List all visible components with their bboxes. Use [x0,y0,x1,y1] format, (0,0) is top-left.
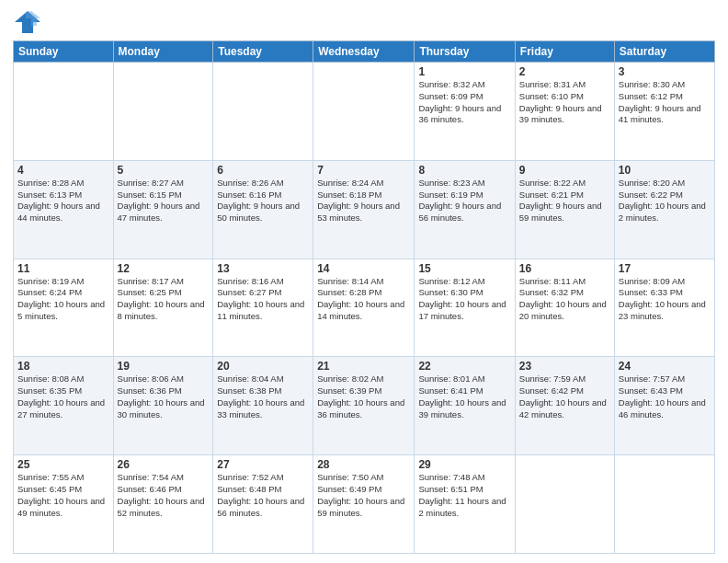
day-number: 29 [418,458,510,471]
day-info: Sunrise: 7:52 AM Sunset: 6:48 PM Dayligh… [217,472,309,519]
day-info: Sunrise: 8:11 AM Sunset: 6:32 PM Dayligh… [519,276,610,323]
day-number: 20 [217,360,309,373]
day-info: Sunrise: 7:48 AM Sunset: 6:51 PM Dayligh… [418,472,510,519]
day-number: 24 [619,360,711,373]
day-number: 25 [17,458,109,471]
day-header-saturday: Saturday [614,41,714,63]
week-row-1: 1Sunrise: 8:32 AM Sunset: 6:09 PM Daylig… [14,63,715,161]
day-number: 2 [519,65,610,78]
day-info: Sunrise: 7:54 AM Sunset: 6:46 PM Dayligh… [118,472,210,519]
day-number: 15 [418,262,510,275]
week-row-3: 11Sunrise: 8:19 AM Sunset: 6:24 PM Dayli… [14,259,715,357]
calendar-cell [313,63,415,161]
calendar-cell: 6Sunrise: 8:26 AM Sunset: 6:16 PM Daylig… [213,160,313,259]
calendar-cell: 29Sunrise: 7:48 AM Sunset: 6:51 PM Dayli… [415,455,515,554]
day-number: 18 [17,360,109,373]
calendar-cell: 17Sunrise: 8:09 AM Sunset: 6:33 PM Dayli… [614,259,714,357]
day-number: 22 [418,360,510,373]
calendar-cell: 15Sunrise: 8:12 AM Sunset: 6:30 PM Dayli… [415,259,515,357]
day-header-wednesday: Wednesday [313,41,415,63]
day-info: Sunrise: 8:28 AM Sunset: 6:13 PM Dayligh… [17,178,109,224]
calendar-cell: 1Sunrise: 8:32 AM Sunset: 6:09 PM Daylig… [415,63,515,161]
day-number: 16 [519,262,610,275]
calendar-cell: 26Sunrise: 7:54 AM Sunset: 6:46 PM Dayli… [113,455,213,554]
day-number: 14 [317,262,410,275]
day-info: Sunrise: 8:19 AM Sunset: 6:24 PM Dayligh… [17,276,109,323]
day-number: 27 [217,458,309,471]
day-header-monday: Monday [113,41,213,63]
calendar-cell: 25Sunrise: 7:55 AM Sunset: 6:45 PM Dayli… [14,455,114,554]
calendar-cell: 2Sunrise: 8:31 AM Sunset: 6:10 PM Daylig… [515,63,614,161]
day-number: 21 [317,360,410,373]
day-number: 9 [519,164,610,177]
calendar-cell: 22Sunrise: 8:01 AM Sunset: 6:41 PM Dayli… [415,357,515,455]
day-number: 4 [17,164,109,177]
day-info: Sunrise: 8:27 AM Sunset: 6:15 PM Dayligh… [118,178,210,224]
header-row: SundayMondayTuesdayWednesdayThursdayFrid… [14,41,715,63]
calendar-cell: 19Sunrise: 8:06 AM Sunset: 6:36 PM Dayli… [113,357,213,455]
day-number: 19 [118,360,210,373]
day-number: 7 [317,164,410,177]
calendar-cell: 3Sunrise: 8:30 AM Sunset: 6:12 PM Daylig… [614,63,714,161]
day-info: Sunrise: 8:06 AM Sunset: 6:36 PM Dayligh… [118,373,210,420]
calendar-cell [14,63,114,161]
day-info: Sunrise: 8:31 AM Sunset: 6:10 PM Dayligh… [519,79,610,126]
day-info: Sunrise: 8:17 AM Sunset: 6:25 PM Dayligh… [118,276,210,323]
calendar-cell [113,63,213,161]
day-info: Sunrise: 8:24 AM Sunset: 6:18 PM Dayligh… [317,178,410,224]
calendar-cell: 4Sunrise: 8:28 AM Sunset: 6:13 PM Daylig… [14,160,114,259]
calendar-cell: 5Sunrise: 8:27 AM Sunset: 6:15 PM Daylig… [113,160,213,259]
logo [13,9,46,35]
day-info: Sunrise: 8:01 AM Sunset: 6:41 PM Dayligh… [418,373,510,420]
day-number: 10 [619,164,711,177]
calendar-cell: 21Sunrise: 8:02 AM Sunset: 6:39 PM Dayli… [313,357,415,455]
day-info: Sunrise: 8:30 AM Sunset: 6:12 PM Dayligh… [619,79,711,126]
day-number: 6 [217,164,309,177]
calendar-cell: 11Sunrise: 8:19 AM Sunset: 6:24 PM Dayli… [14,259,114,357]
day-info: Sunrise: 8:22 AM Sunset: 6:21 PM Dayligh… [519,178,610,224]
day-info: Sunrise: 8:04 AM Sunset: 6:38 PM Dayligh… [217,373,309,420]
header [13,9,715,35]
day-info: Sunrise: 8:16 AM Sunset: 6:27 PM Dayligh… [217,276,309,323]
calendar-cell: 16Sunrise: 8:11 AM Sunset: 6:32 PM Dayli… [515,259,614,357]
calendar: SundayMondayTuesdayWednesdayThursdayFrid… [13,40,715,554]
day-header-tuesday: Tuesday [213,41,313,63]
week-row-2: 4Sunrise: 8:28 AM Sunset: 6:13 PM Daylig… [14,160,715,259]
day-number: 8 [418,164,510,177]
day-number: 11 [17,262,109,275]
calendar-cell: 18Sunrise: 8:08 AM Sunset: 6:35 PM Dayli… [14,357,114,455]
day-info: Sunrise: 8:09 AM Sunset: 6:33 PM Dayligh… [619,276,711,323]
day-info: Sunrise: 7:57 AM Sunset: 6:43 PM Dayligh… [619,373,711,420]
calendar-cell: 23Sunrise: 7:59 AM Sunset: 6:42 PM Dayli… [515,357,614,455]
day-header-sunday: Sunday [14,41,114,63]
calendar-cell: 10Sunrise: 8:20 AM Sunset: 6:22 PM Dayli… [614,160,714,259]
day-number: 28 [317,458,410,471]
logo-icon [13,9,42,35]
calendar-cell: 9Sunrise: 8:22 AM Sunset: 6:21 PM Daylig… [515,160,614,259]
calendar-cell: 14Sunrise: 8:14 AM Sunset: 6:28 PM Dayli… [313,259,415,357]
day-info: Sunrise: 7:50 AM Sunset: 6:49 PM Dayligh… [317,472,410,519]
day-info: Sunrise: 8:23 AM Sunset: 6:19 PM Dayligh… [418,178,510,224]
day-info: Sunrise: 8:08 AM Sunset: 6:35 PM Dayligh… [17,373,109,420]
week-row-4: 18Sunrise: 8:08 AM Sunset: 6:35 PM Dayli… [14,357,715,455]
day-info: Sunrise: 8:26 AM Sunset: 6:16 PM Dayligh… [217,178,309,224]
day-number: 23 [519,360,610,373]
calendar-cell: 7Sunrise: 8:24 AM Sunset: 6:18 PM Daylig… [313,160,415,259]
day-info: Sunrise: 8:14 AM Sunset: 6:28 PM Dayligh… [317,276,410,323]
day-info: Sunrise: 8:02 AM Sunset: 6:39 PM Dayligh… [317,373,410,420]
calendar-cell: 12Sunrise: 8:17 AM Sunset: 6:25 PM Dayli… [113,259,213,357]
day-info: Sunrise: 7:59 AM Sunset: 6:42 PM Dayligh… [519,373,610,420]
calendar-cell [614,455,714,554]
calendar-cell [515,455,614,554]
calendar-cell: 20Sunrise: 8:04 AM Sunset: 6:38 PM Dayli… [213,357,313,455]
calendar-cell: 28Sunrise: 7:50 AM Sunset: 6:49 PM Dayli… [313,455,415,554]
day-number: 12 [118,262,210,275]
day-info: Sunrise: 7:55 AM Sunset: 6:45 PM Dayligh… [17,472,109,519]
calendar-cell: 27Sunrise: 7:52 AM Sunset: 6:48 PM Dayli… [213,455,313,554]
week-row-5: 25Sunrise: 7:55 AM Sunset: 6:45 PM Dayli… [14,455,715,554]
day-info: Sunrise: 8:32 AM Sunset: 6:09 PM Dayligh… [418,79,510,126]
day-header-friday: Friday [515,41,614,63]
day-number: 17 [619,262,711,275]
calendar-cell: 8Sunrise: 8:23 AM Sunset: 6:19 PM Daylig… [415,160,515,259]
day-info: Sunrise: 8:12 AM Sunset: 6:30 PM Dayligh… [418,276,510,323]
